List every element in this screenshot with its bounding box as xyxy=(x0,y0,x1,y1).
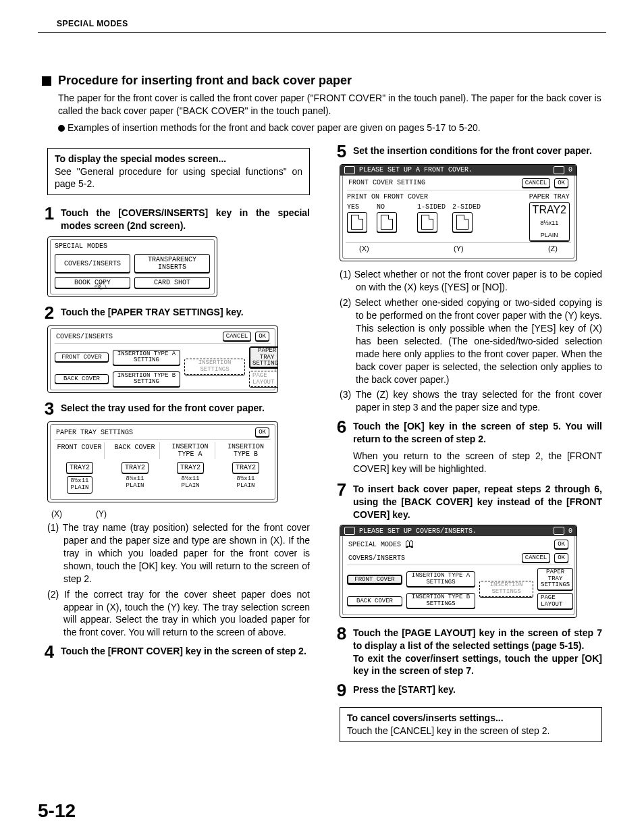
step-text: Press the [START] key. xyxy=(353,683,602,696)
step3-notes: (1) The tray name (tray position) select… xyxy=(47,521,310,639)
ok-button[interactable]: OK xyxy=(255,427,269,437)
note-2: (2) Select whether one-sided copying or … xyxy=(340,296,602,386)
ok-button[interactable]: OK xyxy=(255,332,269,341)
tray-info: 8½x11PLAIN xyxy=(165,476,215,494)
col-header: INSERTION TYPE B xyxy=(221,442,271,459)
step-8: 8 Touch the [PAGE LAYOUT] key in the scr… xyxy=(334,625,602,678)
paper-icon xyxy=(421,215,433,230)
step-number: 9 xyxy=(334,681,349,699)
tray-info: 8½x11PLAIN xyxy=(221,476,271,494)
paper-icon xyxy=(381,215,393,230)
no-button[interactable] xyxy=(377,212,397,232)
cancel-button[interactable]: CANCEL xyxy=(522,553,550,563)
step-6: 6 Touch the [OK] key in the screen of st… xyxy=(334,418,602,446)
insertion-a-button[interactable]: INSERTION TYPE A SETTING xyxy=(113,350,180,365)
tray-insertion-a[interactable]: TRAY2 xyxy=(177,462,204,473)
back-cover-button[interactable]: BACK COVER xyxy=(347,596,402,606)
cancel-button[interactable]: CANCEL xyxy=(522,178,550,188)
note-3: (3) The (Z) key shows the tray selected … xyxy=(340,388,602,414)
note-1: (1) Select whether or not the front cove… xyxy=(340,268,602,294)
yes-label: YES xyxy=(347,203,359,211)
intro-text-2: Examples of insertion methods for the fr… xyxy=(58,122,602,134)
tray-insertion-b[interactable]: TRAY2 xyxy=(232,462,259,473)
insertion-settings-button[interactable]: INSERTION SETTINGS xyxy=(479,581,533,597)
doc-icon xyxy=(344,166,355,174)
ok-button-upper[interactable]: OK xyxy=(554,540,568,549)
cancel-callout: To cancel covers/inserts settings... Tou… xyxy=(340,707,602,742)
step-text: Select the tray used for the front cover… xyxy=(61,402,310,415)
page-number: 5-12 xyxy=(38,800,76,822)
bullet-icon xyxy=(58,125,65,132)
tray-info: 8½x11PLAIN xyxy=(110,476,160,494)
step-3: 3 Select the tray used for the front cov… xyxy=(42,400,310,417)
front-cover-button[interactable]: FRONT COVER xyxy=(55,353,109,362)
count: 0 xyxy=(568,527,572,535)
paper-icon xyxy=(351,215,363,230)
book-icon: 🕮 xyxy=(405,539,414,550)
panel-paper-tray-settings: PAPER TRAY SETTINGS OK FRONT COVER BACK … xyxy=(47,421,278,502)
step-7: 7 To insert back cover paper, repeat ste… xyxy=(334,481,602,521)
divider xyxy=(38,32,606,33)
paper-tray-settings-button[interactable]: PAPER TRAY SETTINGS xyxy=(249,346,278,368)
tray-front-cover[interactable]: TRAY2 xyxy=(66,462,93,473)
topbar-text: PLEASE SET UP A FRONT COVER. xyxy=(359,166,473,174)
note-1: (1) The tray name (tray position) select… xyxy=(47,521,310,585)
transparency-inserts-button[interactable]: TRANSPARENCY INSERTS xyxy=(134,254,210,273)
status-icon xyxy=(554,527,564,535)
one-sided-button[interactable] xyxy=(417,212,437,232)
tray-back-cover[interactable]: TRAY2 xyxy=(122,462,149,473)
section-title-text: Procedure for inserting front and back c… xyxy=(58,74,352,88)
paper-tray-settings-button[interactable]: PAPER TRAY SETTINGS xyxy=(537,568,573,590)
paper-icon xyxy=(456,215,468,230)
panel-covers-inserts: COVERS/INSERTS CANCEL OK FRONT COVER INS… xyxy=(47,325,278,393)
step-number: 7 xyxy=(334,481,349,498)
step-text: Touch the [PAPER TRAY SETTINGS] key. xyxy=(61,306,310,319)
panel-front-cover-setting: PLEASE SET UP A FRONT COVER. 0 FRONT COV… xyxy=(340,164,577,262)
panel-title: PAPER TRAY SETTINGS xyxy=(56,429,133,436)
intro-text-1: The paper for the front cover is called … xyxy=(58,92,602,118)
back-cover-button[interactable]: BACK COVER xyxy=(55,374,109,384)
insertion-b-button[interactable]: INSERTION TYPE B SETTINGS xyxy=(406,593,475,608)
two-sided-button[interactable] xyxy=(452,212,473,232)
axis-z: (Z) xyxy=(548,244,558,253)
insertion-b-button[interactable]: INSERTION TYPE B SETTING xyxy=(113,371,180,387)
special-modes-label: SPECIAL MODES xyxy=(348,541,401,548)
section-title: Procedure for inserting front and back c… xyxy=(42,74,602,88)
step-number: 3 xyxy=(42,400,57,417)
insertion-settings-button[interactable]: INSERTION SETTINGS xyxy=(184,359,245,375)
step-number: 5 xyxy=(334,142,349,160)
paper-tray-button[interactable]: TRAY2 8½x11 PLAIN xyxy=(529,202,570,242)
no-label: NO xyxy=(377,203,385,211)
covers-inserts-button[interactable]: COVERS/INSERTS xyxy=(55,254,130,273)
page-layout-button[interactable]: PAGE LAYOUT xyxy=(537,593,573,609)
cancel-title: To cancel covers/inserts settings... xyxy=(347,712,504,723)
axis-x: (X) xyxy=(359,244,369,253)
cancel-button[interactable]: CANCEL xyxy=(223,332,251,341)
page-layout-button[interactable]: PAGE LAYOUT xyxy=(249,371,278,387)
insertion-a-button[interactable]: INSERTION TYPE A SETTINGS xyxy=(406,571,475,587)
count: 0 xyxy=(568,166,572,174)
panel-title: COVERS/INSERTS xyxy=(56,333,113,340)
yes-button[interactable] xyxy=(347,212,367,232)
step-number: 2 xyxy=(42,304,57,321)
col-header: BACK COVER xyxy=(110,442,160,459)
front-cover-button[interactable]: FRONT COVER xyxy=(347,575,402,584)
step-5: 5 Set the insertion conditions for the f… xyxy=(334,142,602,160)
topbar-text: PLEASE SET UP COVERS/INSERTS. xyxy=(359,527,477,535)
step5-notes: (1) Select whether or not the front cove… xyxy=(340,268,602,414)
callout-display-special-modes: To display the special modes screen... S… xyxy=(47,148,310,196)
step-text: Touch the [PAGE LAYOUT] key in the scree… xyxy=(353,627,602,678)
note-2: (2) If the correct tray for the cover sh… xyxy=(47,588,310,640)
ok-button[interactable]: OK xyxy=(554,178,568,188)
card-shot-button[interactable]: CARD SHOT xyxy=(134,277,210,288)
one-sided-label: 1-SIDED xyxy=(417,203,446,211)
ok-button[interactable]: OK xyxy=(554,553,568,563)
axis-y: (Y) xyxy=(454,244,464,253)
panel-special-modes: SPECIAL MODES COVERS/INSERTS TRANSPARENC… xyxy=(47,236,217,297)
step-text: Touch the [OK] key in the screen of step… xyxy=(353,420,602,446)
book-copy-button[interactable]: BOOK COPY xyxy=(55,277,130,288)
axis-x-label: (X) xyxy=(51,509,62,519)
panel-title: SPECIAL MODES xyxy=(55,242,210,250)
doc-icon xyxy=(344,527,355,535)
paper-tray-label: PAPER TRAY xyxy=(529,193,570,201)
